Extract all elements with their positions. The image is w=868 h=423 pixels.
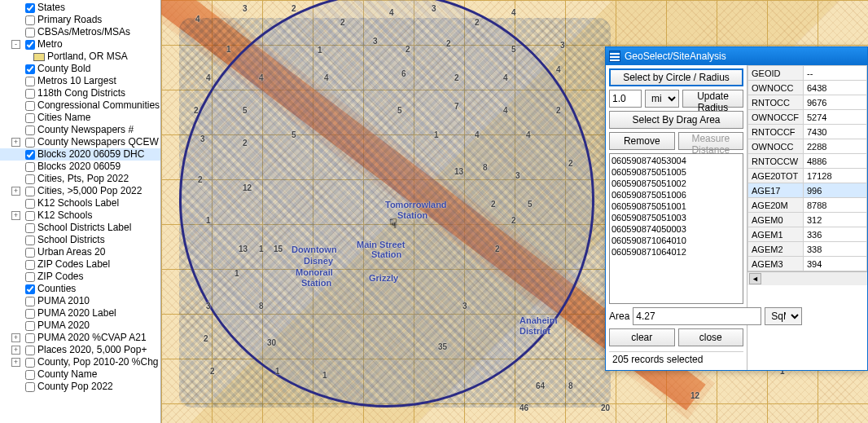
expand-icon[interactable]: + <box>11 346 20 355</box>
select-by-drag-button[interactable]: Select By Drag Area <box>609 111 743 129</box>
table-row[interactable]: AGEM3394 <box>748 257 867 271</box>
layer-checkbox[interactable] <box>25 260 35 270</box>
layer-checkbox[interactable] <box>25 321 35 331</box>
table-row[interactable]: OWNOCC2288 <box>748 139 867 154</box>
layer-item[interactable]: States <box>0 2 160 14</box>
area-value-input[interactable] <box>633 307 761 325</box>
layer-item[interactable]: 118th Cong Districts <box>0 87 160 99</box>
table-row[interactable]: AGE20M8788 <box>748 198 867 213</box>
layer-checkbox[interactable] <box>25 211 35 221</box>
layer-checkbox[interactable] <box>25 174 35 184</box>
layer-checkbox[interactable] <box>25 187 35 196</box>
layer-item[interactable]: ZIP Codes Label <box>0 258 160 271</box>
expand-icon[interactable]: + <box>11 138 20 147</box>
table-row[interactable]: RNTOCCW4886 <box>748 154 867 169</box>
geoid-listbox[interactable]: 0605908740530040605908750510050605908750… <box>609 153 743 304</box>
layer-checkbox[interactable] <box>25 3 35 13</box>
layer-item[interactable]: Primary Roads <box>0 14 160 26</box>
layer-item[interactable]: +County, Pop 2010-20 %Chg <box>0 356 160 368</box>
layer-item[interactable]: Blocks 2020 06059 DHC <box>0 148 160 161</box>
table-row[interactable]: RNTOCCF7430 <box>748 125 867 139</box>
layer-checkbox[interactable] <box>25 236 35 245</box>
layer-item[interactable]: +Places 2020, 5,000 Pop+ <box>0 344 160 356</box>
geoid-item[interactable]: 060590871064012 <box>612 246 741 258</box>
expand-icon[interactable]: - <box>11 40 20 49</box>
table-row[interactable]: AGE17996 <box>748 183 867 198</box>
layer-item[interactable]: County Name <box>0 368 160 381</box>
table-row[interactable]: AGEM1336 <box>748 227 867 242</box>
layer-checkbox[interactable] <box>25 40 35 50</box>
layer-item[interactable]: ZIP Codes <box>0 271 160 283</box>
layer-checkbox[interactable] <box>25 333 35 343</box>
layer-item[interactable]: +PUMA 2020 %CVAP A21 <box>0 332 160 344</box>
layer-item[interactable]: School Districts Label <box>0 222 160 234</box>
update-radius-button[interactable]: Update Radius <box>682 90 743 108</box>
expand-icon[interactable]: + <box>11 333 20 342</box>
table-hscroll[interactable]: ◄ <box>747 271 867 285</box>
layer-item[interactable]: PUMA 2010 <box>0 295 160 307</box>
clear-button[interactable]: clear <box>609 328 675 346</box>
layer-item[interactable]: Portland, OR MSA <box>0 51 160 63</box>
radius-input[interactable] <box>609 90 642 108</box>
layer-item[interactable]: Blocks 2020 06059 <box>0 161 160 173</box>
geoid-item[interactable]: 060590875051002 <box>612 178 741 189</box>
layer-checkbox[interactable] <box>25 77 35 86</box>
layer-checkbox[interactable] <box>25 126 35 135</box>
geoid-item[interactable]: 060590874050003 <box>612 223 741 235</box>
geoid-item[interactable]: 060590874053004 <box>612 155 741 166</box>
layer-checkbox[interactable] <box>25 162 35 172</box>
scroll-left-icon[interactable]: ◄ <box>749 273 761 284</box>
layer-checkbox[interactable] <box>25 309 35 319</box>
geoid-item[interactable]: 060590875051005 <box>612 166 741 178</box>
expand-icon[interactable]: + <box>11 187 20 196</box>
table-row[interactable]: GEOID-- <box>748 66 867 81</box>
layer-checkbox[interactable] <box>25 346 35 355</box>
layer-checkbox[interactable] <box>25 150 35 160</box>
layer-checkbox[interactable] <box>25 370 35 380</box>
table-row[interactable]: AGEM2338 <box>748 242 867 257</box>
layer-item[interactable]: +Cities, >5,000 Pop 2022 <box>0 185 160 197</box>
radius-unit-select[interactable]: mi <box>645 90 679 108</box>
layer-checkbox[interactable] <box>25 15 35 25</box>
layer-item[interactable]: CBSAs/Metros/MSAs <box>0 26 160 38</box>
layer-checkbox[interactable] <box>25 64 35 74</box>
layer-item[interactable]: Cities Name <box>0 112 160 124</box>
expand-icon[interactable]: + <box>11 211 20 220</box>
layer-item[interactable]: +County Newspapers QCEW <box>0 136 160 148</box>
layer-tree[interactable]: StatesPrimary RoadsCBSAs/Metros/MSAs-Met… <box>0 0 161 423</box>
panel-titlebar[interactable]: GeoSelect/SiteAnalysis <box>606 47 867 65</box>
layer-checkbox[interactable] <box>25 28 35 37</box>
layer-checkbox[interactable] <box>25 223 35 233</box>
close-button[interactable]: close <box>678 328 744 346</box>
layer-item[interactable]: PUMA 2020 Label <box>0 307 160 319</box>
layer-item[interactable]: -Metro <box>0 38 160 51</box>
table-row[interactable]: AGEM0312 <box>748 213 867 227</box>
layer-item[interactable]: Metros 10 Largest <box>0 75 160 87</box>
geoid-item[interactable]: 060590871064010 <box>612 235 741 246</box>
expand-icon[interactable]: + <box>11 358 20 367</box>
select-by-circle-button[interactable]: Select by Circle / Radius <box>609 68 743 86</box>
layer-checkbox[interactable] <box>25 101 35 111</box>
layer-checkbox[interactable] <box>25 297 35 306</box>
geoid-item[interactable]: 060590875051006 <box>612 189 741 200</box>
table-row[interactable]: RNTOCC9676 <box>748 95 867 110</box>
layer-checkbox[interactable] <box>25 138 35 148</box>
table-row[interactable]: OWNOCCF5274 <box>748 110 867 125</box>
layer-checkbox[interactable] <box>25 358 35 368</box>
layer-item[interactable]: PUMA 2020 <box>0 319 160 332</box>
layer-item[interactable]: County Newspapers # <box>0 124 160 136</box>
layer-checkbox[interactable] <box>25 113 35 123</box>
layer-item[interactable]: School Districts <box>0 234 160 246</box>
layer-item[interactable]: County Bold <box>0 63 160 75</box>
layer-checkbox[interactable] <box>25 89 35 99</box>
remove-button[interactable]: Remove <box>609 132 675 150</box>
geoid-item[interactable]: 060590875051003 <box>612 212 741 223</box>
table-row[interactable]: AGE20TOT17128 <box>748 169 867 183</box>
layer-item[interactable]: Congressional Communities <box>0 99 160 112</box>
geoid-item[interactable]: 060590875051001 <box>612 200 741 212</box>
layer-checkbox[interactable] <box>25 248 35 258</box>
layer-checkbox[interactable] <box>25 272 35 282</box>
layer-checkbox[interactable] <box>25 284 35 294</box>
layer-item[interactable]: +K12 Schools <box>0 209 160 222</box>
layer-item[interactable]: Urban Areas 20 <box>0 246 160 258</box>
